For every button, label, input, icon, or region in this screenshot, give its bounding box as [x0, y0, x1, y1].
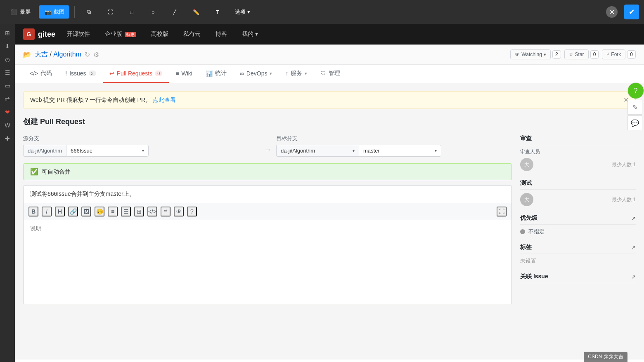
tab-service[interactable]: ↑ 服务 ▾: [279, 65, 314, 83]
screen-btn[interactable]: ⬛ 景屏: [5, 5, 36, 19]
repo-owner-link[interactable]: 大吉: [35, 51, 48, 58]
editor-help-btn[interactable]: ?: [187, 207, 197, 216]
linked-issue-section: 关联 Issue ↗: [520, 273, 636, 283]
bottom-bar: CSDN @@大吉: [584, 352, 627, 362]
tab-code[interactable]: </> 代码: [23, 65, 59, 83]
tab-pull-requests[interactable]: ↩ Pull Requests 0: [103, 65, 169, 83]
review-section: 审查 审查人员 大 最少人数 1: [520, 135, 636, 171]
linked-issue-header: 关联 Issue ↗: [520, 273, 636, 283]
form-main: 源分支 da-ji/Algorithm 666Issue ▾ → 目标分支: [23, 135, 512, 309]
tab-stats[interactable]: 📊 统计: [199, 65, 233, 83]
repo-settings-icon[interactable]: ⚙: [93, 51, 99, 59]
text-icon: T: [213, 8, 222, 16]
editor-link-btn[interactable]: 🔗: [68, 207, 78, 216]
editor-image-btn[interactable]: 🖼: [81, 207, 91, 216]
star-btn[interactable]: ☆ Star: [564, 49, 589, 59]
fork-label: Fork: [611, 52, 621, 57]
issues-badge: 3: [89, 71, 96, 76]
bottom-text: CSDN @@大吉: [588, 354, 623, 360]
repo-sync-icon[interactable]: ↻: [85, 51, 90, 59]
tags-value: 未设置: [520, 258, 536, 264]
nav-enterprise[interactable]: 企业版 特惠: [102, 29, 140, 40]
fork-btn[interactable]: ⑂ Fork: [602, 49, 625, 59]
tab-devops[interactable]: ∞ DevOps ▾: [233, 65, 279, 83]
nav-private[interactable]: 私有云: [180, 29, 204, 40]
repo-tabs: </> 代码 ! Issues 3 ↩ Pull Requests 0 ≡ Wi…: [15, 65, 644, 83]
editor-table-btn[interactable]: ⊞: [134, 207, 144, 216]
pr-body-textarea[interactable]: [24, 220, 511, 303]
comment-icon: 💬: [631, 119, 639, 127]
tags-edit-icon[interactable]: ↗: [631, 244, 636, 251]
pen-btn[interactable]: ✏️: [187, 5, 205, 19]
gitee-logo[interactable]: G gitee: [23, 28, 55, 40]
editor-unordered-list-btn[interactable]: ≡: [108, 207, 118, 216]
repo-actions: 👁 Watching ▾ 2 ☆ Star 0 ⑂ Fork 0: [510, 49, 636, 59]
editor-bold-btn[interactable]: B: [28, 207, 38, 216]
editor-emoji-btn[interactable]: 😊: [95, 207, 104, 216]
target-repo-select[interactable]: da-ji/Algorithm ▾: [276, 145, 359, 157]
test-section-title: 测试: [520, 179, 532, 187]
target-branch-arrow: ▾: [435, 148, 437, 153]
editor-italic-btn[interactable]: I: [42, 207, 52, 216]
notice-link[interactable]: 点此查看: [153, 96, 176, 103]
nav-opensource[interactable]: 开源软件: [64, 29, 93, 40]
screenshot-label: 截图: [54, 8, 64, 16]
editor-expand-btn[interactable]: ⛶: [497, 207, 507, 216]
text-btn[interactable]: T: [208, 5, 227, 19]
reviewer-row: 大 最少人数 1: [520, 158, 636, 171]
source-branch-select[interactable]: 666Issue ▾: [66, 145, 149, 157]
pr-badge: 0: [155, 71, 162, 76]
sidebar-red-icon[interactable]: ❤: [2, 106, 13, 118]
sidebar-wiki-icon[interactable]: W: [2, 120, 13, 131]
sidebar-history-icon[interactable]: ◷: [2, 54, 13, 65]
target-branch-select[interactable]: master ▾: [359, 145, 441, 157]
square-btn[interactable]: □: [123, 5, 141, 19]
editor-preview-btn[interactable]: 👁: [174, 207, 184, 216]
branch-arrow-icon: →: [264, 146, 271, 154]
line-icon: ╱: [170, 8, 179, 16]
editor-heading-btn[interactable]: H: [55, 207, 65, 216]
editor-quote-btn[interactable]: ❝: [161, 207, 170, 216]
sidebar-translate-icon[interactable]: ⇄: [2, 93, 13, 105]
sidebar-bookmark-icon[interactable]: ⊞: [2, 27, 13, 39]
screenshot-btn[interactable]: 📷 截图: [39, 5, 69, 19]
admin-icon: 🛡: [320, 70, 326, 77]
comment-float-btn[interactable]: 💬: [627, 115, 642, 130]
pr-icon: ↩: [109, 70, 114, 77]
layer-btn[interactable]: ⧉: [80, 5, 98, 19]
watching-btn[interactable]: 👁 Watching ▾: [510, 49, 551, 59]
source-branch-group: 源分支 da-ji/Algorithm 666Issue ▾: [23, 135, 259, 157]
editor-code-btn[interactable]: </>: [147, 207, 157, 216]
nav-mine[interactable]: 我的 ▾: [239, 29, 261, 40]
main-wrapper: G gitee 开源软件 企业版 特惠 高校版 私有云 博客 我的 ▾ 📂 大吉…: [15, 24, 644, 362]
nav-school[interactable]: 高校版: [148, 29, 172, 40]
fullscreen-btn[interactable]: ⛶: [101, 5, 119, 19]
line-btn[interactable]: ╱: [166, 5, 184, 19]
nav-blog[interactable]: 博客: [212, 29, 230, 40]
source-branch-label: 源分支: [23, 135, 259, 142]
tab-wiki[interactable]: ≡ Wiki: [169, 65, 199, 83]
confirm-btn[interactable]: ✔: [624, 5, 639, 19]
repo-folder-icon: 📂: [23, 51, 31, 59]
repo-name-link[interactable]: Algorithm: [53, 51, 81, 58]
sidebar-file-icon[interactable]: ▭: [2, 80, 13, 92]
edit-float-btn[interactable]: ✎: [627, 100, 642, 115]
pr-description-box: 测试将666Issue合并到主分支master上。 B I H 🔗 🖼 😊 ≡ …: [23, 185, 512, 304]
tester-row: 大 最少人数 1: [520, 193, 636, 206]
priority-value: 不指定: [528, 228, 545, 235]
editor-ordered-list-btn[interactable]: ☰: [121, 207, 131, 216]
form-sidebar: 审查 审查人员 大 最少人数 1 测试 大 最少人数 1: [520, 135, 636, 309]
repo-title: 📂 大吉 / Algorithm ↻ ⚙: [23, 50, 99, 59]
tab-issues[interactable]: ! Issues 3: [59, 65, 102, 83]
sidebar-download-icon[interactable]: ⬇: [2, 40, 13, 52]
reviewer-avatar: 大: [520, 158, 533, 171]
linked-issue-edit-icon[interactable]: ↗: [631, 274, 636, 280]
sidebar-add-icon[interactable]: ✚: [2, 133, 13, 144]
tab-admin[interactable]: 🛡 管理: [314, 65, 347, 83]
help-float-btn[interactable]: ?: [627, 82, 644, 99]
options-btn[interactable]: 选项 ▾: [230, 6, 255, 18]
priority-edit-icon[interactable]: ↗: [631, 215, 636, 221]
close-btn[interactable]: ✕: [606, 6, 618, 18]
circle-btn[interactable]: ○: [144, 5, 162, 19]
sidebar-doc-icon[interactable]: ☰: [2, 67, 13, 78]
